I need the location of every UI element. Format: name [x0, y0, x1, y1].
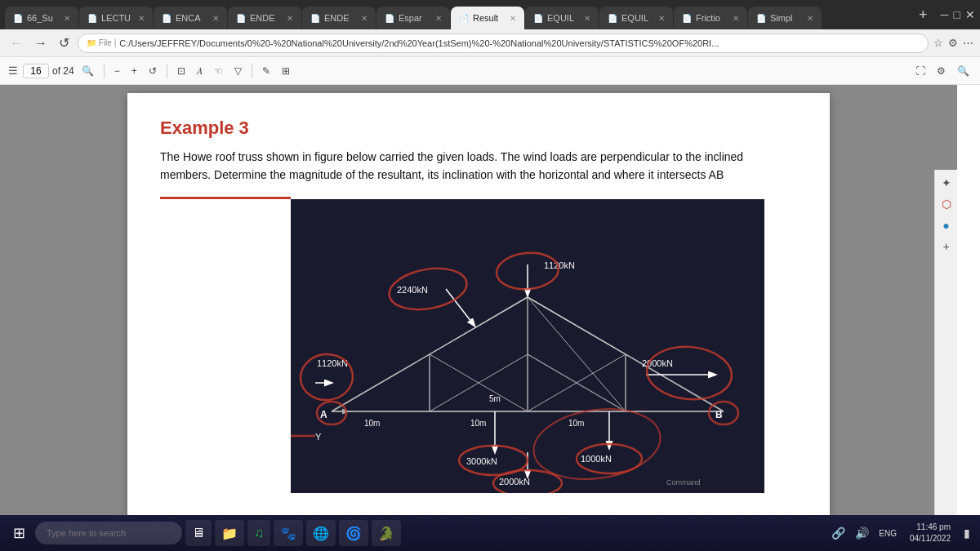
tab-close-t9[interactable]: ✕ — [658, 14, 665, 23]
extensions-button[interactable]: ⋯ — [963, 37, 973, 49]
tab-close-t8[interactable]: ✕ — [584, 14, 590, 23]
annotation-button[interactable]: ✎ — [258, 64, 274, 78]
rotate-button[interactable]: ↺ — [145, 64, 161, 78]
problem-text-span: The Howe roof truss shown in figure belo… — [160, 150, 743, 181]
minimize-button[interactable]: ─ — [941, 8, 949, 21]
svg-text:3000kN: 3000kN — [466, 456, 497, 466]
svg-text:A: A — [320, 409, 327, 420]
time-display: 11:46 pm — [910, 522, 951, 533]
taskbar-file-explorer[interactable]: 📁 — [215, 520, 244, 546]
clock: 11:46 pm 04/11/2022 — [903, 522, 957, 544]
taskbar-show-desktop[interactable]: 🖥 — [185, 520, 212, 546]
tab-t7[interactable]: 📄 Result ✕ — [451, 7, 524, 29]
tab-label-t1: 66_Su — [27, 13, 53, 23]
tab-label-t11: Simpl — [770, 13, 793, 23]
tab-close-t7[interactable]: ✕ — [510, 14, 516, 23]
tab-close-t10[interactable]: ✕ — [733, 14, 739, 23]
taskbar-unknown1[interactable]: 🐾 — [274, 520, 303, 546]
tab-close-t5[interactable]: ✕ — [361, 14, 368, 23]
address-bar[interactable]: 📁 File | C:/Users/JEFFREY/Documents/0%20… — [78, 33, 929, 53]
stamp-button[interactable]: ⊞ — [278, 64, 294, 78]
maximize-button[interactable]: □ — [954, 8, 960, 21]
sidebar-office-icon[interactable]: ⬡ — [942, 198, 951, 211]
taskbar-spotify[interactable]: ♫ — [247, 520, 270, 546]
address-bar-row: ← → ↺ 📁 File | C:/Users/JEFFREY/Document… — [0, 29, 980, 57]
network-icon: 🔗 — [828, 527, 849, 540]
tab-label-t5: ENDE — [324, 13, 350, 23]
tab-t10[interactable]: 📄 Frictio ✕ — [674, 7, 747, 29]
browser-tab-bar: 📄 66_Su ✕📄 LECTU ✕📄 ENCA ✕📄 ENDE ✕📄 ENDE… — [0, 0, 980, 29]
svg-text:5m: 5m — [489, 394, 501, 403]
volume-icon: 🔊 — [852, 527, 872, 540]
tab-icon-t9: 📄 — [608, 14, 617, 23]
tab-icon-t7: 📄 — [459, 14, 469, 23]
page-number-input[interactable]: 16 — [23, 64, 49, 78]
tab-close-t4[interactable]: ✕ — [287, 14, 293, 23]
tab-close-t11[interactable]: ✕ — [807, 14, 813, 23]
sidebar-toggle-icon[interactable]: ☰ — [7, 64, 20, 77]
tab-icon-t3: 📄 — [162, 14, 172, 23]
tab-t5[interactable]: 📄 ENDE ✕ — [302, 7, 376, 29]
tab-close-t3[interactable]: ✕ — [212, 14, 219, 23]
select-tool-button[interactable]: 𝐴 — [193, 64, 207, 78]
svg-text:1000kN: 1000kN — [581, 454, 612, 464]
tab-close-t6[interactable]: ✕ — [435, 14, 442, 23]
fit-page-button[interactable]: ⊡ — [173, 64, 189, 78]
more-tools-button[interactable]: ⚙ — [933, 64, 950, 78]
svg-text:10m: 10m — [568, 419, 584, 428]
back-button[interactable]: ← — [7, 34, 26, 52]
tab-t9[interactable]: 📄 EQUIL ✕ — [599, 7, 673, 29]
tab-t6[interactable]: 📄 Espar ✕ — [376, 7, 450, 29]
tab-icon-t5: 📄 — [310, 14, 320, 23]
forward-button[interactable]: → — [31, 34, 51, 52]
settings-button[interactable]: ⚙ — [948, 37, 958, 49]
example-heading: Example 3 — [160, 118, 797, 139]
tab-t1[interactable]: 📄 66_Su ✕ — [5, 7, 78, 29]
favorites-button[interactable]: ☆ — [933, 37, 943, 49]
file-icon: 📁 File | — [87, 38, 116, 47]
truss-diagram-svg: 1120kN 2240kN 1120kN 2000kN 3000kN 1000k… — [291, 199, 764, 493]
zoom-in-button[interactable]: + — [127, 64, 141, 78]
tab-label-t2: LECTU — [101, 13, 131, 23]
separator3 — [252, 64, 252, 78]
tab-icon-t4: 📄 — [236, 14, 246, 23]
watermark-text: Command — [666, 478, 701, 487]
start-button[interactable]: ⊞ — [7, 521, 32, 545]
page-total-label: of 24 — [52, 65, 74, 77]
tab-t3[interactable]: 📄 ENCA ✕ — [154, 7, 227, 29]
address-text: C:/Users/JEFFREY/Documents/0%20-%20Natio… — [119, 38, 719, 48]
fullscreen-button[interactable]: ⛶ — [911, 64, 929, 78]
pdf-viewer-area: ✦ ⬡ ● + ⊞ ⚙ Example 3 The Howe roof trus… — [0, 85, 957, 515]
taskbar: ⊞ 🖥 📁 ♫ 🐾 🌐 🌀 🐊 🔗 🔊 ENG 11:46 pm 04/11/2… — [0, 515, 980, 551]
date-display: 04/11/2022 — [910, 533, 951, 544]
tab-t8[interactable]: 📄 EQUIL ✕ — [525, 7, 599, 29]
tab-t2[interactable]: 📄 LECTU ✕ — [79, 7, 153, 29]
tab-t4[interactable]: 📄 ENDE ✕ — [228, 7, 301, 29]
separator — [104, 64, 105, 78]
tab-close-t1[interactable]: ✕ — [64, 14, 70, 23]
refresh-button[interactable]: ↺ — [56, 33, 73, 52]
new-tab-button[interactable]: + — [914, 7, 933, 24]
svg-text:2240kN: 2240kN — [397, 285, 428, 295]
tab-close-t2[interactable]: ✕ — [138, 14, 145, 23]
page-indicator: 16 of 24 🔍 — [23, 64, 98, 78]
taskbar-search-input[interactable] — [35, 522, 182, 544]
taskbar-edge[interactable]: 🌀 — [339, 520, 368, 546]
taskbar-unknown2[interactable]: 🐊 — [372, 520, 401, 546]
hand-tool-button[interactable]: ☜ — [210, 64, 227, 78]
problem-statement: The Howe roof truss shown in figure belo… — [160, 149, 797, 184]
tab-label-t3: ENCA — [176, 13, 201, 23]
show-desktop-button[interactable]: ▮ — [960, 527, 973, 540]
tab-label-t4: ENDE — [250, 13, 275, 23]
tab-t11[interactable]: 📄 Simpl ✕ — [748, 7, 822, 29]
taskbar-chrome[interactable]: 🌐 — [306, 520, 336, 546]
sidebar-plus2-icon[interactable]: + — [942, 240, 949, 253]
zoom-out-button[interactable]: − — [110, 64, 124, 78]
page-search-button[interactable]: 🔍 — [78, 64, 98, 78]
sidebar-office2-icon[interactable]: ● — [942, 219, 949, 232]
view-toggle-button[interactable]: ▽ — [230, 64, 246, 78]
svg-text:Y: Y — [315, 432, 322, 442]
sidebar-plus-icon[interactable]: ✦ — [942, 176, 951, 189]
search-right-button[interactable]: 🔍 — [953, 64, 973, 78]
close-window-button[interactable]: ✕ — [965, 8, 975, 21]
